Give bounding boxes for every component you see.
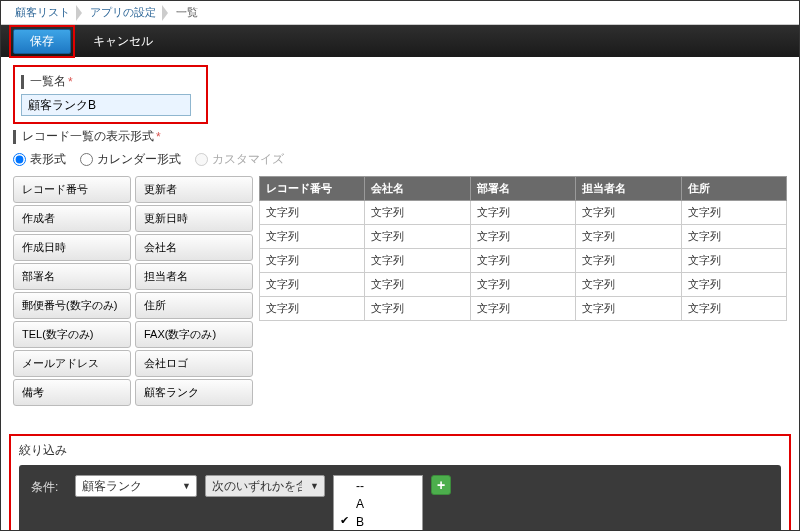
radio-calendar[interactable]: カレンダー形式 bbox=[80, 151, 181, 168]
listbox-option[interactable]: -- bbox=[334, 477, 422, 495]
table-row: 文字列文字列文字列文字列文字列 bbox=[260, 297, 787, 321]
condition-field-select[interactable]: 顧客ランク bbox=[75, 475, 197, 497]
field-button[interactable]: 会社ロゴ bbox=[135, 350, 253, 377]
list-name-input[interactable] bbox=[21, 94, 191, 116]
table-header: 部署名 bbox=[470, 177, 575, 201]
field-button[interactable]: 住所 bbox=[135, 292, 253, 319]
display-format-label: レコード一覧の表示形式* bbox=[13, 128, 787, 145]
breadcrumb-item: 一覧 bbox=[168, 3, 210, 22]
list-name-label: 一覧名* bbox=[21, 73, 200, 90]
listbox-option[interactable]: B bbox=[334, 513, 422, 531]
table-row: 文字列文字列文字列文字列文字列 bbox=[260, 225, 787, 249]
table-header: 担当者名 bbox=[576, 177, 681, 201]
field-button[interactable]: 部署名 bbox=[13, 263, 131, 290]
radio-custom[interactable]: カスタマイズ bbox=[195, 151, 284, 168]
field-button[interactable]: 作成者 bbox=[13, 205, 131, 232]
save-button[interactable]: 保存 bbox=[13, 29, 71, 54]
field-button[interactable]: 顧客ランク bbox=[135, 379, 253, 406]
table-header: レコード番号 bbox=[260, 177, 365, 201]
field-button[interactable]: 備考 bbox=[13, 379, 131, 406]
breadcrumb-item[interactable]: 顧客リスト bbox=[7, 3, 82, 22]
preview-table: レコード番号会社名部署名担当者名住所 文字列文字列文字列文字列文字列文字列文字列… bbox=[259, 176, 787, 321]
table-row: 文字列文字列文字列文字列文字列 bbox=[260, 201, 787, 225]
condition-operator-select[interactable]: 次のいずれかを含む bbox=[205, 475, 325, 497]
field-button[interactable]: FAX(数字のみ) bbox=[135, 321, 253, 348]
condition-label: 条件: bbox=[31, 475, 67, 496]
condition-value-listbox[interactable]: --ABC bbox=[333, 475, 423, 531]
table-header: 住所 bbox=[681, 177, 786, 201]
filter-section: 絞り込み 条件: 顧客ランク 次のいずれかを含む --ABC + bbox=[9, 434, 791, 531]
available-fields: レコード番号作成者作成日時部署名郵便番号(数字のみ)TEL(数字のみ)メールアド… bbox=[13, 176, 253, 406]
field-button[interactable]: TEL(数字のみ) bbox=[13, 321, 131, 348]
display-format-radios: 表形式 カレンダー形式 カスタマイズ bbox=[13, 151, 787, 168]
filter-title: 絞り込み bbox=[19, 442, 781, 459]
field-button[interactable]: 更新者 bbox=[135, 176, 253, 203]
field-button[interactable]: レコード番号 bbox=[13, 176, 131, 203]
radio-table[interactable]: 表形式 bbox=[13, 151, 66, 168]
field-button[interactable]: 会社名 bbox=[135, 234, 253, 261]
breadcrumb: 顧客リスト アプリの設定 一覧 bbox=[1, 1, 799, 25]
field-button[interactable]: 作成日時 bbox=[13, 234, 131, 261]
cancel-button[interactable]: キャンセル bbox=[93, 33, 153, 50]
field-button[interactable]: 郵便番号(数字のみ) bbox=[13, 292, 131, 319]
table-row: 文字列文字列文字列文字列文字列 bbox=[260, 273, 787, 297]
breadcrumb-item[interactable]: アプリの設定 bbox=[82, 3, 168, 22]
table-header: 会社名 bbox=[365, 177, 470, 201]
add-condition-button[interactable]: + bbox=[431, 475, 451, 495]
action-bar: 保存 キャンセル bbox=[1, 25, 799, 57]
field-button[interactable]: 担当者名 bbox=[135, 263, 253, 290]
listbox-option[interactable]: A bbox=[334, 495, 422, 513]
field-button[interactable]: メールアドレス bbox=[13, 350, 131, 377]
table-row: 文字列文字列文字列文字列文字列 bbox=[260, 249, 787, 273]
field-button[interactable]: 更新日時 bbox=[135, 205, 253, 232]
